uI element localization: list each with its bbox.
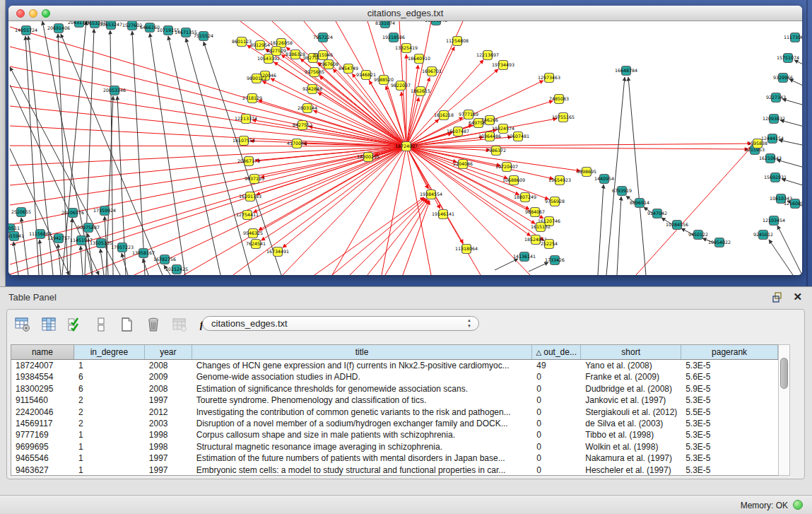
table-row[interactable]: 2242004622012Investigating the contribut… [11,407,778,418]
citation-edge-black[interactable] [777,226,802,275]
citation-edge-red[interactable] [332,198,425,275]
table-cell: Disruption of a novel member of a sodium… [192,418,533,429]
scrollbar-thumb[interactable] [780,358,788,389]
citation-edge-red[interactable] [10,146,406,146]
new-column-icon[interactable] [117,315,136,334]
graph-node-label: 19384554 [420,192,442,197]
citation-edge-black[interactable] [143,259,148,275]
table-options-icon[interactable] [13,315,32,334]
citation-edge-red[interactable] [253,146,406,212]
window-titlebar[interactable]: citations_edges.txt [8,6,802,21]
table-selector-combobox[interactable]: citations_edges.txt ▲▼ [202,316,479,331]
citation-edge-black[interactable] [782,99,802,107]
column-header-pagerank[interactable]: pagerank [681,345,778,359]
citation-edge-black[interactable] [495,259,518,270]
citation-network-graph[interactable]: 1872400714055724206914062043174610553287… [8,21,802,275]
show-columns-icon[interactable] [39,315,58,334]
citation-edge-black[interactable] [100,249,104,275]
citation-edge-red[interactable] [367,199,428,275]
graph-node-label: 16201783 [239,194,261,199]
citation-edge-black[interactable] [628,77,646,275]
citation-edge-black[interactable] [81,246,83,275]
table-cell: 2008 [145,360,192,371]
column-header-in_degree[interactable]: in_degree [74,345,145,359]
citation-edge-red[interactable] [313,110,406,146]
citation-edge-black[interactable] [780,120,802,129]
citation-edge-black[interactable] [13,242,18,275]
table-cell: 0 [532,418,581,429]
citation-edge-red[interactable] [10,146,406,165]
table-scrollbar[interactable] [778,344,790,476]
column-header-short[interactable]: short [581,345,681,359]
citation-edge-black[interactable] [529,262,548,271]
citation-edge-black[interactable] [40,240,42,275]
citation-edge-red[interactable] [262,81,406,146]
table-cell: 5.3E-5 [681,441,778,452]
column-header-title[interactable]: title [192,345,533,359]
citation-edge-red[interactable] [382,146,406,275]
rows-icon[interactable] [91,315,110,334]
citation-edge-red[interactable] [406,137,483,146]
citation-edge-red[interactable] [10,27,406,146]
table-selector-value: citations_edges.txt [211,318,288,329]
table-cell: 1998 [145,429,192,440]
column-header-year[interactable]: year [145,345,192,359]
column-header-label: in_degree [90,347,128,357]
citation-edge-black[interactable] [794,60,802,69]
citation-edge-black[interactable] [782,179,802,188]
citation-edge-black[interactable] [777,160,802,170]
table-cell: 1998 [145,441,192,452]
citation-edge-black[interactable] [789,79,802,90]
delete-column-icon[interactable] [143,315,163,334]
table-cell: 9115460 [11,395,74,406]
close-panel-icon[interactable]: ✕ [793,291,802,303]
graph-node-label: 19218586 [382,35,405,40]
table-row[interactable]: 946362711997Embryonic stem cells: a mode… [11,465,778,476]
citation-edge-red[interactable] [10,106,406,146]
citation-edge-red[interactable] [283,146,406,275]
citation-edge-black[interactable] [779,140,802,147]
table-row[interactable]: 911546021997Tourette syndrome. Phenomeno… [11,395,778,406]
citation-edge-red[interactable] [10,47,406,146]
select-all-icon[interactable] [65,315,84,334]
graph-node-label: 19146141 [432,211,454,216]
citation-edge-black[interactable] [617,197,621,275]
network-view-window[interactable]: citations_edges.txt 18724007140557242069… [8,6,802,275]
table-row[interactable]: 1456911722003Disruption of a novel membe… [11,418,778,429]
graph-node-label: 8896914 [630,200,649,205]
citation-edge-red[interactable] [261,146,406,177]
table-row[interactable]: 1872400712008Changes of HCN gene express… [11,360,778,371]
graph-node-label: 1595838 [748,141,767,146]
table-row[interactable]: 1830029562008Estimation of significance … [11,383,778,395]
left-gutter [0,0,6,286]
citation-edge-red[interactable] [274,62,406,146]
citation-edge-red[interactable] [406,144,751,146]
citation-edge-black[interactable] [598,185,604,275]
graph-node-label: 12754411 [236,212,259,217]
citation-edge-red[interactable] [350,199,427,275]
table-row[interactable]: 977716911998Corpus callosum shape and si… [11,429,778,440]
citation-edge-red[interactable] [233,146,406,275]
citation-edge-black[interactable] [58,244,61,275]
citation-edge-red[interactable] [318,93,406,146]
table-cell: Wolkin et al. (1998) [581,441,681,452]
citation-edge-red[interactable] [10,146,406,264]
graph-node-label: 10720407 [495,164,518,169]
citation-edge-black[interactable] [150,33,185,275]
citation-edge-black[interactable] [132,31,145,275]
table-cell: Hescheler et al. (1997) [581,465,681,476]
table-row[interactable]: 969969511998Structural magnetic resonanc… [11,441,778,452]
table-row[interactable]: 946554611997Estimation of the future num… [11,452,778,464]
citation-edge-black[interactable] [769,240,793,275]
network-canvas[interactable]: 1872400714055724206914062043174610553287… [8,21,802,275]
table-cell: 2012 [145,407,192,418]
column-header-out_de[interactable]: △out_de... [532,345,581,359]
column-header-name[interactable]: name [11,345,74,359]
citation-edge-red[interactable] [406,60,483,146]
float-panel-icon[interactable] [772,291,784,303]
table-row[interactable]: 1938455462009Genome-wide association stu… [11,371,778,382]
citation-edge-black[interactable] [10,85,99,275]
delete-table-icon[interactable] [170,315,189,334]
citation-edge-red[interactable] [134,146,406,275]
citation-edge-black[interactable] [21,218,28,275]
